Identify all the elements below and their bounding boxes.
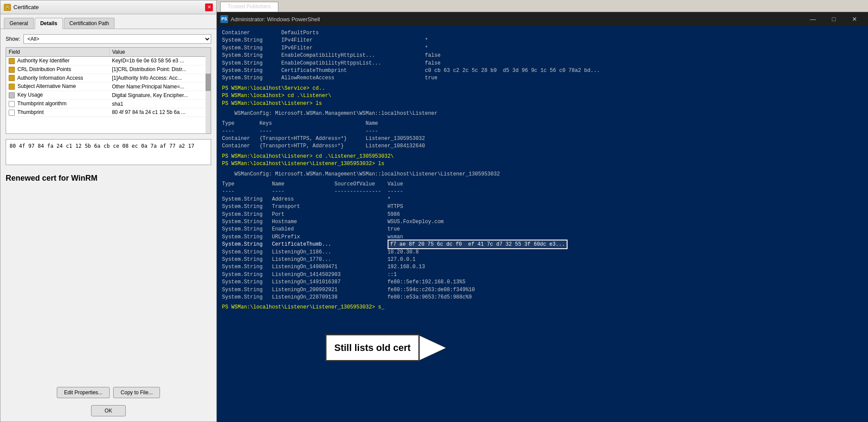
ps-line: Type Keys Name [222, 120, 863, 127]
show-row: Show: <All> [6, 34, 211, 44]
powershell-window: Trusted Publishers PS Administrator: Win… [217, 0, 868, 422]
ps-line: System.String CertificateThumbprint c0 c… [222, 67, 863, 75]
edit-properties-button[interactable]: Edit Properties... [57, 387, 110, 398]
value-cell: [1]Authority Info Access: Acc... [109, 74, 210, 82]
cert-field-table: Field Value Authority Key IdentifierKeyI… [6, 48, 211, 117]
ps-line: System.String Address * [222, 196, 863, 203]
ps-line: Container DefaultPorts [222, 29, 863, 37]
ps-maximize-button[interactable]: □ [824, 13, 844, 25]
show-label: Show: [6, 36, 20, 42]
field-cell: Authority Information Access [6, 74, 109, 82]
table-row[interactable]: Thumbprint80 4f 97 84 fa 24 c1 12 5b 6a … [6, 108, 211, 117]
col-value: Value [109, 48, 210, 57]
ps-line: ---- ---- ---- [222, 128, 863, 135]
cert-renewed-label: Renewed cert for WinRM [6, 172, 211, 185]
ps-line: System.String ListeningOn_1186... 10.20.… [222, 249, 863, 256]
annotation-box: Still lists old cert [325, 334, 420, 361]
value-cell: [1]CRL Distribution Point: Distr... [109, 65, 210, 74]
ps-line: System.String ListeningOn_1491016387 fe8… [222, 279, 863, 286]
table-row[interactable]: Authority Key IdentifierKeyID=1b 6e 0e 6… [6, 57, 211, 65]
ps-line: WSManConfig: Microsoft.WSMan.Management\… [222, 110, 863, 117]
field-cell: Authority Key Identifier [6, 57, 109, 65]
cert-titlebar: 🔒 Certificate ✕ [0, 0, 216, 14]
cert-dialog-title: Certificate [13, 4, 39, 10]
table-row[interactable]: CRL Distribution Points[1]CRL Distributi… [6, 65, 211, 74]
ps-line: System.String IPv4Filter * [222, 37, 863, 44]
value-cell: sha1 [109, 100, 210, 108]
ps-window-title: Administrator: Windows PowerShell [231, 16, 320, 23]
ps-line: PS WSMan:\localhost\Listener\Listener_13… [222, 304, 863, 311]
ps-line: System.String Transport HTTPS [222, 203, 863, 211]
ps-line: PS WSMan:\localhost\Listener> cd .\Liste… [222, 153, 863, 160]
field-icon [9, 92, 15, 98]
ps-line: System.String ListeningOn_200992921 fe80… [222, 286, 863, 294]
ps-close-button[interactable]: ✕ [845, 13, 865, 25]
field-icon [9, 67, 15, 73]
ps-line: System.String ListeningOn_1770... 127.0.… [222, 256, 863, 263]
scrollbar-track[interactable] [206, 48, 211, 133]
annotation-container: Still lists old cert [325, 334, 446, 361]
annotation-arrow [420, 336, 446, 360]
ps-line: System.String Hostname WSUS.FoxDeploy.co… [222, 218, 863, 226]
table-row[interactable]: Thumbprint algorithmsha1 [6, 100, 211, 108]
ps-line: PS WSMan:\localhost\Service> cd.. [222, 85, 863, 92]
field-cell: Thumbprint [6, 108, 109, 117]
cert-value-box: 80 4f 97 84 fa 24 c1 12 5b 6a cb ce 08 e… [6, 139, 211, 165]
table-row[interactable]: Subject Alternative NameOther Name:Princ… [6, 82, 211, 91]
cert-dialog: 🔒 Certificate ✕ General Details Certific… [0, 0, 217, 422]
tab-general[interactable]: General [4, 18, 34, 29]
tab-details[interactable]: Details [35, 18, 63, 29]
value-cell: Digital Signature, Key Encipher... [109, 91, 210, 100]
col-field: Field [6, 48, 109, 57]
ps-line: PS WSMan:\localhost> cd .\Listener\ [222, 92, 863, 100]
field-icon [9, 84, 15, 90]
ps-window-controls: — □ ✕ [803, 13, 865, 25]
cert-body: Show: <All> Field Value Authority Key Id… [0, 29, 216, 422]
ps-line: System.String IPv6Filter * [222, 45, 863, 52]
ps-titlebar-left: PS Administrator: Windows PowerShell [220, 15, 320, 23]
field-icon [9, 58, 15, 64]
top-tab-bar: Trusted Publishers [217, 0, 868, 12]
ok-button[interactable]: OK [91, 405, 125, 416]
show-select[interactable]: <All> [23, 34, 211, 44]
ps-content: Container DefaultPortsSystem.String IPv4… [217, 26, 868, 422]
ps-line: System.String ListeningOn_149089471 192.… [222, 263, 863, 271]
ps-line: Type Name SourceOfValue Value [222, 181, 863, 188]
ps-line: System.String EnableCompatibilityHttpLis… [222, 52, 863, 59]
field-icon [9, 75, 15, 81]
ps-titlebar: PS Administrator: Windows PowerShell — □… [217, 12, 868, 26]
field-icon [9, 110, 15, 116]
ps-line: PS WSMan:\localhost\Listener\Listener_13… [222, 160, 863, 168]
tab-certification-path[interactable]: Certification Path [64, 18, 114, 29]
field-cell: Key Usage [6, 91, 109, 100]
value-cell: Other Name:Principal Name=... [109, 82, 210, 91]
cert-field-table-container: Field Value Authority Key IdentifierKeyI… [6, 47, 211, 134]
ps-line: System.String ListeningOn_1414502903 ::1 [222, 271, 863, 279]
ps-line: System.String Enabled true [222, 226, 863, 233]
ps-line: Container {Transport=HTTPS, Address=*} L… [222, 135, 863, 143]
ps-line: PS WSMan:\localhost\Listener> ls [222, 100, 863, 107]
cert-action-buttons: Edit Properties... Copy to File... [6, 383, 211, 398]
table-row[interactable]: Key UsageDigital Signature, Key Encipher… [6, 91, 211, 100]
cert-close-button[interactable]: ✕ [205, 3, 213, 11]
ps-line: ---- ---- --------------- ----- [222, 188, 863, 195]
field-cell: Thumbprint algorithm [6, 100, 109, 108]
ps-line: Container {Transport=HTTP, Address=*} Li… [222, 143, 863, 150]
highlighted-thumbprint: f7 ae 8f 20 75 6c dc f0 ef 41 7c d7 32 5… [388, 240, 568, 249]
value-cell: 80 4f 97 84 fa 24 c1 12 5b 6a ... [109, 108, 210, 117]
field-icon [9, 101, 15, 107]
value-cell: KeyID=1b 6e 0e 63 58 56 e3 ... [109, 57, 210, 65]
ps-minimize-button[interactable]: — [803, 13, 823, 25]
field-cell: Subject Alternative Name [6, 82, 109, 91]
ps-line: System.String CertificateThumb... f7 ae … [222, 241, 863, 248]
table-row[interactable]: Authority Information Access[1]Authority… [6, 74, 211, 82]
field-cell: CRL Distribution Points [6, 65, 109, 74]
trusted-publishers-tab[interactable]: Trusted Publishers [220, 2, 278, 12]
ps-line: System.String EnableCompatibilityHttppsL… [222, 60, 863, 67]
cert-tabs: General Details Certification Path [0, 14, 216, 29]
copy-to-file-button[interactable]: Copy to File... [113, 387, 160, 398]
ps-line: System.String ListeningOn_228709138 fe80… [222, 294, 863, 301]
scrollbar-thumb[interactable] [206, 74, 211, 91]
ps-line: System.String Port 5986 [222, 211, 863, 218]
cert-titlebar-left: 🔒 Certificate [4, 4, 39, 11]
